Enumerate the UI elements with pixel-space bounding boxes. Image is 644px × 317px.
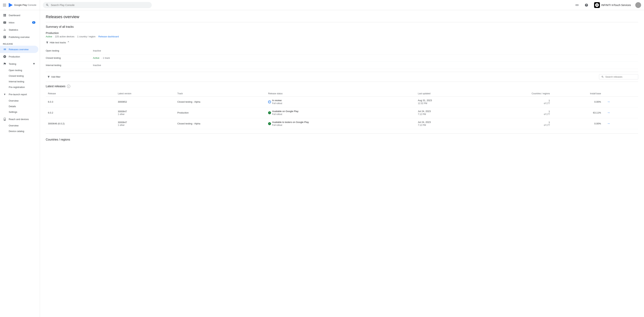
latest-version-cell: 3000652 [116,96,175,107]
last-updated-date: Jul 24, 2023 [418,110,431,113]
search-icon [46,3,49,7]
production-block: Production Active · 225 active devices ·… [46,31,638,38]
link-icon [575,3,579,7]
sidebar-item-internal-testing[interactable]: Internal testing [0,79,38,84]
available-status-icon: ✓ [268,111,271,114]
releases-table: Release Latest version Track Release sta… [46,91,638,129]
sidebar-item-pre-registration-label: Pre-registration [9,86,25,88]
sidebar-item-dashboard-label: Dashboard [9,14,20,17]
col-latest-version: Latest version [116,91,175,96]
hide-tracks-button[interactable]: Hide test tracks ⌃ [46,39,70,46]
track-name: Production [177,111,188,114]
release-section-label: Release [0,41,40,46]
sidebar-item-closed-testing[interactable]: Closed testing [0,73,38,79]
sidebar-item-production[interactable]: Production [0,53,38,60]
track-name: Closed testing - Alpha [177,100,200,103]
sidebar-item-pre-launch-settings[interactable]: Settings [0,109,38,115]
search-releases-container[interactable] [599,74,638,79]
sidebar-item-dashboard[interactable]: Dashboard [0,11,38,19]
release-status-cell: ✓Available to testers on Google PlayFull… [266,118,416,129]
link-icon-button[interactable] [574,2,580,8]
app-selector[interactable]: INFINITI InTouch Services [593,1,632,9]
releases-overview-icon [3,47,6,51]
sidebar-item-pre-launch-details-label: Details [9,105,16,108]
arrow-cell[interactable]: → [603,96,638,107]
search-releases-input[interactable] [605,75,636,78]
sidebar-item-reach-devices[interactable]: Reach and devices [0,115,38,123]
app-logo-icon [595,3,599,7]
track-name: Closed testing - Alpha [177,122,200,125]
hide-tracks-label: Hide test tracks [50,41,66,44]
sidebar-item-pre-launch-label: Pre-launch report [9,93,27,96]
production-icon [3,55,6,58]
sidebar-item-open-testing[interactable]: Open testing [0,67,38,73]
countries-total: of 177 [544,124,550,126]
user-avatar[interactable] [635,2,641,8]
production-title: Production [46,31,638,34]
last-updated-time: 12:32 PM [418,102,475,105]
release-arrow-button[interactable]: → [605,121,612,126]
version-other: 1 other [118,124,124,126]
releases-table-header-row: Release Latest version Track Release sta… [46,91,638,96]
add-filter-label: Add filter [51,75,60,78]
test-track-open: Open testing Inactive [46,47,638,54]
sidebar-item-reach-overview[interactable]: Overview [0,123,38,128]
sidebar-item-pre-launch-settings-label: Settings [9,111,17,113]
sidebar-item-releases-overview[interactable]: Releases overview [0,46,38,53]
sidebar-item-reach-overview-label: Overview [9,124,18,127]
version-number: 3000647 [118,121,127,124]
sidebar-item-inbox[interactable]: Inbox 6 [0,19,38,26]
latest-releases-info-icon[interactable]: i [67,85,70,88]
arrow-cell[interactable]: → [603,107,638,118]
closed-testing-status-text: Active [93,57,99,59]
open-testing-name: Open testing [46,49,93,52]
add-filter-button[interactable]: Add filter [46,74,62,79]
dot-sep-2: · [76,35,76,38]
menu-icon[interactable] [3,4,6,6]
svg-rect-1 [4,14,4,15]
sidebar-item-statistics[interactable]: Statistics [0,26,38,33]
search-bar[interactable] [43,2,152,8]
release-name-cell: 6.0.2 [46,107,116,118]
sidebar-item-pre-launch[interactable]: ▼ Pre-launch report [0,91,38,98]
sidebar-item-publishing[interactable]: Publishing overview [0,33,38,41]
last-updated-cell: Jul 24, 20237:12 PM [416,118,477,129]
sidebar-nav: Dashboard Inbox 6 Statistics Publishing … [0,10,40,317]
release-arrow-button[interactable]: → [605,99,612,104]
sidebar-item-pre-launch-details[interactable]: Details [0,104,38,109]
sidebar-item-releases-overview-label: Releases overview [9,48,28,51]
table-row[interactable]: 6.0.230006471 otherProduction✓Available … [46,107,638,118]
col-arrow [603,91,638,96]
install-base-cell: 0.00% [552,96,603,107]
testing-icon [3,62,6,66]
last-updated-cell: Jul 24, 20237:12 PM [416,107,477,118]
help-icon-button[interactable] [583,2,590,8]
countries-num: 1 [548,121,550,124]
closed-testing-track-detail: · 1 track [102,57,110,59]
sidebar-item-device-catalog[interactable]: Device catalog [0,128,38,134]
internal-testing-name: Internal testing [46,64,93,66]
search-releases-icon [601,76,604,78]
release-dashboard-link[interactable]: Release dashboard [98,35,119,38]
release-arrow-button[interactable]: → [605,110,612,115]
arrow-cell[interactable]: → [603,118,638,129]
sidebar-item-testing[interactable]: Testing ▼ [0,60,38,67]
latest-releases-header: Latest releases i [46,85,638,88]
topbar-right: INFINITI InTouch Services [574,1,641,9]
open-testing-status-text: Inactive [93,49,101,52]
release-status-cell: ⟳In reviewFull rollout [266,96,416,107]
dot-sep-1: · [53,35,54,38]
sidebar-item-pre-registration[interactable]: Pre-registration [0,84,38,90]
svg-rect-4 [5,15,6,16]
latest-version-cell: 30006471 other [116,118,175,129]
table-row[interactable]: 6.0.33000652Closed testing - Alpha⟳In re… [46,96,638,107]
testing-chevron-icon: ▼ [32,62,36,65]
countries-cell: 1of 177 [477,107,552,118]
test-track-internal: Internal testing Inactive [46,62,638,69]
search-input[interactable] [51,4,149,6]
chevron-up-icon: ⌃ [67,41,70,44]
status-badge: ✓Available on Google PlayFull rollout [268,110,414,115]
table-row[interactable]: 3000646 (6.0.2)30006471 otherClosed test… [46,118,638,129]
sidebar-item-pre-launch-overview[interactable]: Overview [0,98,38,104]
sidebar-item-internal-testing-label: Internal testing [9,80,24,83]
